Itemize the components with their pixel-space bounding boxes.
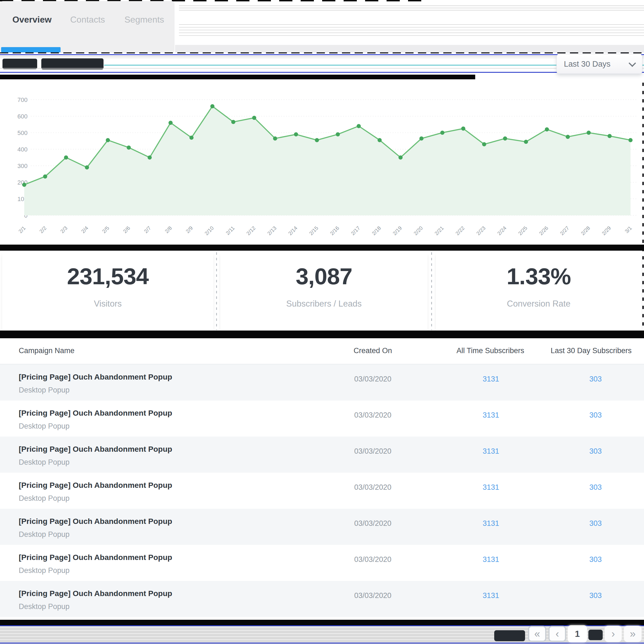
created-on-value: 03/03/2020 xyxy=(345,483,400,492)
data-point xyxy=(252,116,256,120)
last-30-day-subscribers-link[interactable]: 303 xyxy=(554,411,637,420)
table-row[interactable]: [Pricing Page] Ouch Abandonment PopupDes… xyxy=(0,365,644,401)
date-range-select[interactable]: Last 30 Days xyxy=(556,54,642,74)
x-axis-tick-label: 2/16 xyxy=(329,225,340,236)
data-point xyxy=(587,130,591,135)
last-30-day-subscribers-link[interactable]: 303 xyxy=(554,375,637,384)
all-time-subscribers-link[interactable]: 3131 xyxy=(456,555,525,564)
campaign-type-label: Desktop Popup xyxy=(19,422,70,431)
last-30-day-subscribers-link[interactable]: 303 xyxy=(554,447,637,456)
data-point xyxy=(106,138,110,142)
last-30-day-subscribers-link[interactable]: 303 xyxy=(554,555,637,564)
data-point xyxy=(608,134,612,138)
previous-page-icon: ‹ xyxy=(556,628,559,640)
tab-overview[interactable]: Overview xyxy=(12,13,51,26)
campaign-name-link[interactable]: [Pricing Page] Ouch Abandonment Popup xyxy=(19,409,172,418)
x-axis-tick-label: 2/23 xyxy=(475,225,487,236)
data-point xyxy=(545,127,549,131)
blur-artifact-line xyxy=(0,643,644,643)
stat-card-conversion-rate: 1.33% Conversion Rate xyxy=(436,251,642,331)
next-page-button[interactable]: › xyxy=(605,626,622,642)
all-time-subscribers-link[interactable]: 3131 xyxy=(456,411,525,420)
data-point xyxy=(64,155,68,159)
last-30-day-subscribers-link[interactable]: 303 xyxy=(554,591,637,600)
card-separator xyxy=(431,252,432,330)
last-30-day-subscribers-link[interactable]: 303 xyxy=(554,519,637,528)
campaign-name-link[interactable]: [Pricing Page] Ouch Abandonment Popup xyxy=(19,553,172,562)
blur-artifact-lines xyxy=(179,6,644,12)
redaction-band xyxy=(0,75,475,79)
x-axis-tick-label: 2/24 xyxy=(496,225,507,236)
area-fill xyxy=(24,106,631,215)
data-point xyxy=(482,142,486,146)
table-row[interactable]: [Pricing Page] Ouch Abandonment PopupDes… xyxy=(0,581,644,617)
stat-card-visitors: 231,534 Visitors xyxy=(2,251,213,331)
x-axis-tick-label: 2/9 xyxy=(185,225,194,234)
data-point xyxy=(85,165,89,169)
redacted-page-count-label xyxy=(588,630,603,640)
campaign-type-label: Desktop Popup xyxy=(19,530,70,539)
data-point xyxy=(440,130,444,135)
visitors-label: Visitors xyxy=(94,299,122,309)
data-point xyxy=(315,138,319,142)
campaign-type-label: Desktop Popup xyxy=(19,494,70,503)
x-axis-tick-label: 2/8 xyxy=(164,225,173,234)
all-time-subscribers-link[interactable]: 3131 xyxy=(456,519,525,528)
created-on-value: 03/03/2020 xyxy=(345,555,400,564)
x-axis-tick-label: 2/10 xyxy=(203,225,215,236)
x-axis-tick-label: 2/26 xyxy=(538,225,549,236)
data-point xyxy=(231,120,235,124)
x-axis-tick-label: 2/29 xyxy=(601,225,612,236)
data-point xyxy=(398,155,403,159)
x-axis-tick-label: 2/2 xyxy=(38,225,48,234)
table-row[interactable]: [Pricing Page] Ouch Abandonment PopupDes… xyxy=(0,545,644,581)
campaign-name-link[interactable]: [Pricing Page] Ouch Abandonment Popup xyxy=(19,517,172,526)
data-point xyxy=(336,132,340,136)
x-axis-tick-label: 2/15 xyxy=(308,225,319,236)
all-time-subscribers-link[interactable]: 3131 xyxy=(456,447,525,456)
chart-area: 01002003004005006007002/12/22/32/42/52/6… xyxy=(0,79,644,244)
y-axis-tick-label: 600 xyxy=(17,113,28,120)
tab-segments[interactable]: Segments xyxy=(124,13,164,26)
subscribers-value: 3,087 xyxy=(296,265,352,288)
previous-page-button[interactable]: ‹ xyxy=(548,626,566,642)
all-time-subscribers-link[interactable]: 3131 xyxy=(456,591,525,600)
subscribers-area-chart: 01002003004005006007002/12/22/32/42/52/6… xyxy=(0,79,644,244)
tab-contacts[interactable]: Contacts xyxy=(70,13,105,26)
table-row[interactable]: [Pricing Page] Ouch Abandonment PopupDes… xyxy=(0,437,644,473)
campaign-name-link[interactable]: [Pricing Page] Ouch Abandonment Popup xyxy=(19,373,172,382)
campaign-type-label: Desktop Popup xyxy=(19,566,70,575)
data-point xyxy=(357,124,361,128)
all-time-subscribers-link[interactable]: 3131 xyxy=(456,375,525,384)
x-axis-tick-label: 2/12 xyxy=(245,225,257,236)
first-page-button[interactable]: « xyxy=(528,626,546,642)
x-axis-tick-label: 2/20 xyxy=(413,225,424,236)
card-separator xyxy=(216,252,217,330)
campaign-name-link[interactable]: [Pricing Page] Ouch Abandonment Popup xyxy=(19,445,172,454)
last-30-day-subscribers-link[interactable]: 303 xyxy=(554,483,637,492)
y-axis-tick-label: 400 xyxy=(17,146,28,153)
column-header-all-time-subscribers: All Time Subscribers xyxy=(456,347,525,355)
x-axis-tick-label: 2/17 xyxy=(350,225,361,236)
data-point xyxy=(294,132,298,136)
all-time-subscribers-link[interactable]: 3131 xyxy=(456,483,525,492)
redacted-pagination-label xyxy=(494,630,525,641)
data-point xyxy=(377,138,382,142)
table-row[interactable]: [Pricing Page] Ouch Abandonment PopupDes… xyxy=(0,401,644,437)
data-point xyxy=(148,155,152,159)
campaign-name-link[interactable]: [Pricing Page] Ouch Abandonment Popup xyxy=(19,589,172,598)
campaign-name-link[interactable]: [Pricing Page] Ouch Abandonment Popup xyxy=(19,481,172,490)
last-page-button[interactable]: » xyxy=(624,626,642,642)
blur-artifact-edge xyxy=(642,83,644,339)
data-point xyxy=(210,104,214,108)
x-axis-tick-label: 2/18 xyxy=(371,225,382,236)
redaction-band xyxy=(0,620,644,625)
table-row[interactable]: [Pricing Page] Ouch Abandonment PopupDes… xyxy=(0,473,644,509)
data-point xyxy=(461,126,465,130)
data-point xyxy=(169,121,173,125)
page-number-input[interactable] xyxy=(568,625,587,642)
table-row[interactable]: [Pricing Page] Ouch Abandonment PopupDes… xyxy=(0,509,644,545)
blur-artifact-line xyxy=(0,68,644,69)
x-axis-tick-label: 2/25 xyxy=(517,225,528,236)
column-header-campaign-name: Campaign Name xyxy=(19,347,75,355)
